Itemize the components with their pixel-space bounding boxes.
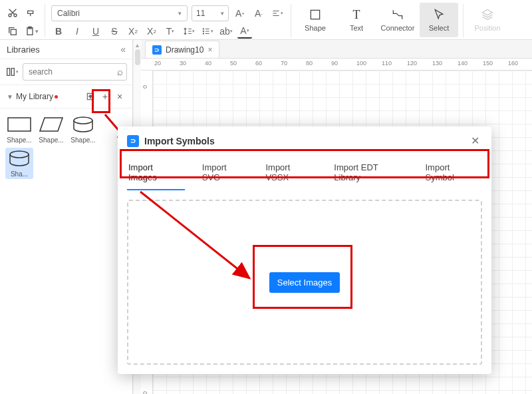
highlight-icon[interactable]: ab▾ — [219, 24, 233, 39]
chevron-down-icon: ▼ — [7, 93, 13, 100]
tab-label: Drawing10 — [166, 45, 203, 55]
select-images-button[interactable]: Select Images — [269, 272, 340, 293]
search-icon[interactable]: ⌕ — [117, 66, 123, 77]
shape-grid: Shape... Shape... Shape... Sha... — [0, 108, 132, 186]
drop-zone[interactable]: Select Images — [127, 200, 482, 365]
text-icon: T — [350, 8, 363, 21]
toolbar: ▾ Calibri▾ 11▾ A+ A- ▾ B I U S X2 X2 T▾ … — [0, 0, 532, 40]
library-name: My Library — [16, 92, 53, 101]
strike-icon[interactable]: S — [107, 24, 122, 39]
align-dropdown-icon[interactable]: ▾ — [270, 6, 285, 21]
svg-marker-11 — [40, 118, 63, 131]
font-select[interactable]: Calibri▾ — [51, 5, 188, 21]
collapse-icon[interactable]: « — [120, 44, 126, 55]
import-icon[interactable] — [84, 91, 96, 102]
shape-icon — [309, 8, 322, 21]
paste-icon[interactable]: ▾ — [24, 24, 39, 39]
import-symbols-dialog: ⊃ Import Symbols ✕ Import Images Import … — [118, 126, 491, 374]
position-tool: Position — [468, 3, 507, 37]
select-icon — [432, 8, 446, 21]
position-icon — [481, 8, 494, 21]
unsaved-indicator — [55, 95, 58, 98]
svg-point-6 — [203, 31, 203, 31]
sidebar-title: Libraries — [7, 45, 40, 55]
font-color-icon[interactable]: A▾ — [237, 24, 252, 39]
select-tool[interactable]: Select — [420, 3, 458, 37]
dialog-body: Select Images — [118, 190, 491, 374]
tab-import-svg[interactable]: Import SVG — [201, 156, 249, 190]
tab-import-symbol[interactable]: Import Symbol — [424, 156, 482, 190]
dialog-header: ⊃ Import Symbols ✕ — [118, 126, 491, 156]
connector-icon — [391, 8, 404, 21]
tab-import-vssx[interactable]: Import VSSX — [264, 156, 317, 190]
dialog-close-icon[interactable]: ✕ — [468, 133, 482, 148]
sidebar: Libraries « ▾ ⌕ ▼ My Library + × Shape..… — [0, 40, 133, 394]
svg-point-12 — [74, 117, 92, 124]
bold-icon[interactable]: B — [51, 24, 66, 39]
document-tab[interactable]: ⊃ Drawing10 × — [145, 41, 219, 58]
superscript-icon[interactable]: X2 — [126, 24, 140, 39]
svg-point-5 — [203, 29, 203, 29]
svg-point-0 — [9, 14, 11, 17]
text-case-icon[interactable]: T▾ — [163, 24, 178, 39]
tab-import-images[interactable]: Import Images — [127, 156, 185, 190]
svg-point-7 — [203, 33, 203, 34]
dialog-title: Import Symbols — [144, 136, 463, 146]
app-icon: ⊃ — [152, 45, 162, 55]
subscript-icon[interactable]: X2 — [144, 24, 159, 39]
shape-item-selected[interactable]: Sha... — [5, 148, 33, 179]
tab-close-icon[interactable]: × — [207, 45, 212, 55]
add-icon[interactable]: + — [99, 91, 111, 102]
svg-point-13 — [10, 151, 29, 158]
copy-icon[interactable] — [5, 24, 20, 39]
list-icon[interactable]: ▾ — [200, 24, 215, 39]
tab-import-edt[interactable]: Import EDT Library — [332, 156, 408, 190]
sidebar-header: Libraries « — [0, 40, 132, 59]
line-spacing-icon[interactable]: ▾ — [182, 24, 196, 39]
svg-rect-10 — [8, 118, 31, 131]
ruler-horizontal: 2030405060708090100110120130140150160 — [141, 59, 532, 71]
document-tabs: ⊃ Drawing10 × — [141, 40, 532, 59]
sidebar-search: ▾ ⌕ — [0, 59, 132, 85]
scroll-up-icon[interactable]: ▴ — [134, 40, 141, 50]
svg-rect-2 — [11, 29, 16, 35]
underline-icon[interactable]: U — [88, 24, 103, 39]
italic-icon[interactable]: I — [70, 24, 84, 39]
connector-tool[interactable]: Connector — [378, 3, 417, 37]
format-painter-icon[interactable] — [24, 5, 39, 20]
scroll-thumb[interactable] — [135, 49, 140, 65]
shape-item[interactable]: Shape... — [37, 115, 65, 144]
library-icon[interactable]: ▾ — [5, 65, 19, 79]
close-icon[interactable]: × — [114, 91, 126, 102]
dialog-tabs: Import Images Import SVG Import VSSX Imp… — [118, 156, 491, 190]
search-input[interactable] — [23, 63, 127, 81]
cut-icon[interactable] — [5, 5, 20, 20]
shape-item[interactable]: Shape... — [69, 115, 97, 144]
svg-point-1 — [14, 14, 17, 17]
text-tool[interactable]: T Text — [337, 3, 376, 37]
shape-tool[interactable]: Shape — [296, 3, 334, 37]
increase-font-icon[interactable]: A+ — [233, 6, 247, 21]
font-size-select[interactable]: 11▾ — [192, 5, 229, 21]
app-icon: ⊃ — [127, 135, 139, 147]
shape-item[interactable]: Shape... — [5, 115, 33, 144]
svg-rect-8 — [311, 10, 319, 19]
library-row[interactable]: ▼ My Library + × — [0, 85, 132, 108]
decrease-font-icon[interactable]: A- — [251, 6, 266, 21]
